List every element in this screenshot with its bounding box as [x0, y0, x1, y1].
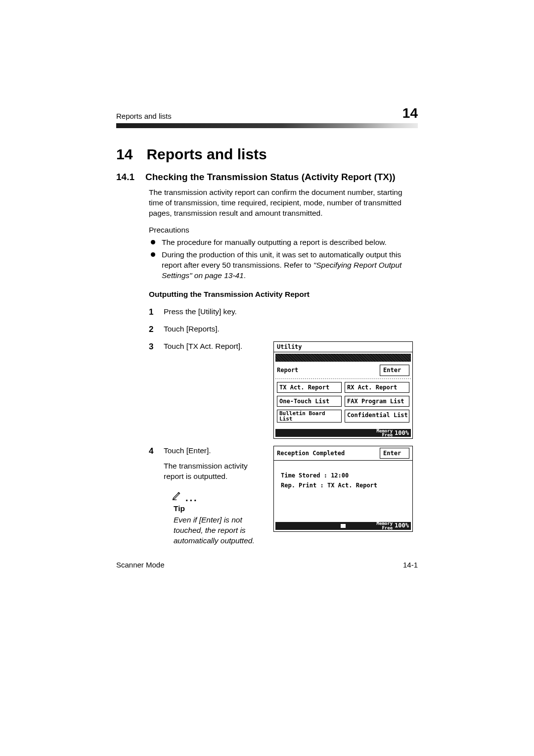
lcd-status-bar: Memory Free 100% — [275, 429, 411, 437]
step-text: Touch [Enter]. — [164, 446, 263, 456]
tx-act-report-button[interactable]: TX Act. Report — [277, 382, 342, 393]
enter-button[interactable]: Enter — [380, 448, 409, 459]
step-text: Press the [Utility] key. — [164, 307, 237, 316]
manual-page: Reports and lists 14 14 Reports and list… — [0, 0, 534, 756]
step-text: Touch [Reports]. — [164, 325, 220, 333]
section-number: 14.1 — [116, 172, 134, 183]
body-column: The transmission activity report can con… — [149, 188, 418, 546]
procedure-heading: Outputting the Transmission Activity Rep… — [149, 289, 418, 300]
memory-free-value: 100% — [395, 429, 409, 437]
bulletin-board-list-button[interactable]: Bulletin Board List — [277, 410, 342, 423]
step-2: Touch [Reports]. — [149, 324, 418, 334]
tip-body: Even if [Enter] is not touched, the repo… — [174, 515, 263, 546]
running-head-left: Reports and lists — [116, 112, 172, 120]
list-item: During the production of this unit, it w… — [149, 250, 418, 281]
writing-hand-icon — [172, 490, 182, 503]
list-item: The procedure for manually outputting a … — [149, 237, 418, 248]
time-stored-line: Time Stored : 12:00 — [281, 472, 405, 479]
tip-block: ... Tip Even if [Enter] is not touched, … — [164, 490, 263, 546]
lcd-report-grid: TX Act. Report RX Act. Report One-Touch … — [274, 380, 412, 425]
rx-act-report-button[interactable]: RX Act. Report — [345, 382, 409, 393]
tip-icon-row: ... — [172, 490, 263, 503]
running-head: Reports and lists 14 — [116, 106, 418, 120]
running-head-right: 14 — [402, 106, 418, 120]
lcd-title: Reception Completed — [277, 449, 377, 457]
confidential-list-button[interactable]: Confidential List — [345, 410, 409, 423]
lcd-status-bar: Memory Free 100% — [275, 522, 411, 530]
step-4: Touch [Enter]. The transmission activity… — [149, 446, 418, 546]
memory-free-label: Memory Free — [377, 429, 393, 437]
step-3: Touch [TX Act. Report]. Utility Report E… — [149, 341, 418, 439]
chapter-title: Reports and lists — [146, 146, 267, 163]
lcd-utility-panel: Utility Report Enter TX Act. Report RX A… — [273, 341, 413, 439]
lcd-body: Time Stored : 12:00 Rep. Print : TX Act.… — [274, 461, 412, 520]
lcd-black-bar — [275, 354, 411, 362]
lcd-title: Utility — [274, 342, 412, 352]
memory-free-label: Memory Free — [377, 521, 393, 529]
intro-paragraph: The transmission activity report can con… — [149, 188, 418, 219]
section-heading: 14.1 Checking the Transmission Status (A… — [116, 172, 418, 183]
chapter-heading: 14 Reports and lists — [116, 146, 418, 163]
precautions-label: Precautions — [149, 226, 418, 235]
footer-left: Scanner Mode — [116, 561, 165, 569]
section-title: Checking the Transmission Status (Activi… — [145, 172, 396, 183]
divider-bar — [116, 123, 418, 128]
procedure-steps: Press the [Utility] key. Touch [Reports]… — [149, 307, 418, 546]
page-footer: Scanner Mode 14-1 — [116, 561, 418, 569]
tip-title: Tip — [174, 504, 263, 514]
rep-print-line: Rep. Print : TX Act. Report — [281, 481, 405, 489]
lcd-divider — [275, 378, 411, 379]
precautions-list: The procedure for manually outputting a … — [149, 237, 418, 281]
footer-right: 14-1 — [403, 561, 418, 569]
step-subtext: The transmission activity report is outp… — [164, 461, 263, 482]
bullet-text-post: . — [244, 271, 246, 280]
one-touch-list-button[interactable]: One-Touch List — [277, 396, 342, 407]
fax-program-list-button[interactable]: FAX Program List — [345, 396, 409, 407]
memory-free-value: 100% — [395, 521, 409, 529]
step-text: Touch [TX Act. Report]. — [164, 341, 263, 352]
enter-button[interactable]: Enter — [380, 365, 409, 376]
chapter-number: 14 — [116, 146, 133, 163]
stop-icon — [341, 524, 346, 528]
step-1: Press the [Utility] key. — [149, 307, 418, 317]
ellipsis-icon: ... — [185, 493, 198, 503]
lcd-report-label: Report — [277, 366, 377, 374]
lcd-reception-panel: Reception Completed Enter Time Stored : … — [273, 446, 413, 532]
bullet-text: The procedure for manually outputting a … — [162, 238, 387, 246]
